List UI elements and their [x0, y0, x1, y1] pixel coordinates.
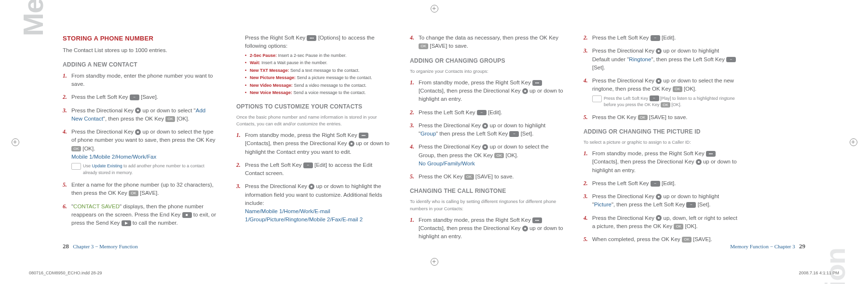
dirkey-icon: [522, 88, 528, 94]
steps-picture: From standby mode, press the Right Soft …: [583, 149, 738, 243]
registration-mark: [850, 138, 856, 145]
print-meta-right: 2008.7.16 4:1:11 PM: [799, 270, 839, 275]
heading-picture-id: ADDING OR CHANGING THE PICTURE ID: [583, 127, 738, 136]
step: Press the Directional Key up or down to …: [583, 192, 738, 209]
note: Press the Left Soft Key − [Play] to list…: [592, 95, 738, 108]
dirkey-icon: [696, 159, 702, 165]
step: Press the Directional Key up or down to …: [236, 182, 391, 224]
softkey-icon: −: [726, 57, 736, 63]
softkey-icon: −: [650, 95, 659, 101]
endkey-icon: ■: [182, 212, 192, 218]
steps-ringtone-cont: Press the Left Soft Key − [Edit]. Press …: [583, 34, 738, 122]
dirkey-icon: [349, 141, 354, 147]
option: Wait: Insert a Wait pause in the number.: [245, 60, 391, 67]
side-tab-right: Memory Function: [819, 248, 851, 284]
subtext: To select a picture or graphic to assign…: [583, 139, 738, 146]
okkey-icon: OK: [165, 116, 175, 122]
option: New TXT Message: Send a text message to …: [245, 68, 391, 74]
heading-add-contact: ADDING A NEW CONTACT: [63, 60, 217, 69]
okkey-icon: OK: [419, 43, 428, 49]
subtext: To identify who is calling by setting di…: [410, 198, 564, 212]
okkey-icon: OK: [674, 224, 683, 230]
side-tab-left: Memory Function: [17, 0, 49, 36]
softkey-icon: −: [130, 95, 139, 100]
softkey-icon: −: [509, 131, 519, 137]
step: When completed, press the OK Key OK [SAV…: [583, 235, 738, 243]
dirkey-icon: [135, 108, 141, 113]
step: "CONTACT SAVED" displays, then the phone…: [63, 203, 217, 228]
heading-ringtone: CHANGING THE CALL RINGTONE: [410, 187, 564, 195]
softkey-icon: •••: [532, 80, 542, 86]
step: Press the Directional Key up, down, left…: [583, 214, 738, 231]
option: New Voice Message: Send a voice message …: [245, 90, 391, 96]
subtext: Once the basic phone number and name inf…: [236, 114, 391, 128]
okkey-icon: OK: [682, 237, 692, 243]
softkey-icon: •••: [359, 133, 368, 138]
step: Press the Directional Key up or down to …: [583, 47, 738, 72]
step: Press the Left Soft Key − [Edit].: [583, 34, 738, 42]
steps-cont: To change the data as necessary, then pr…: [410, 34, 564, 51]
page-spread: Memory Function Memory Function STORING …: [0, 0, 868, 284]
dirkey-icon: [135, 129, 141, 135]
softkey-icon: −: [477, 110, 487, 116]
subtext: To organize your Contacts into groups:: [410, 68, 564, 75]
step: Press the Left Soft Key − [Edit].: [410, 108, 564, 117]
step: Press the Left Soft Key − [Edit].: [583, 179, 738, 188]
step: Press the Left Soft Key − [Edit] to acce…: [236, 161, 391, 178]
dirkey-icon: [522, 226, 528, 231]
okkey-icon: OK: [71, 146, 81, 152]
registration-mark: [431, 258, 437, 265]
dirkey-icon: [482, 144, 488, 150]
step: From standby mode, press the Right Soft …: [583, 149, 738, 175]
softkey-icon: −: [303, 162, 313, 168]
step: Press the Directional Key up or down to …: [410, 143, 564, 168]
softkey-icon: −: [651, 181, 660, 187]
content-area: STORING A PHONE NUMBER The Contact List …: [0, 0, 868, 284]
registration-mark: [431, 5, 437, 12]
steps-customize: From standby mode, press the Right Soft …: [236, 131, 391, 224]
heading-customize: OPTIONS TO CUSTOMIZE YOUR CONTACTS: [236, 102, 391, 111]
step: From standby mode, press the Right Soft …: [236, 131, 391, 156]
dirkey-icon: [656, 215, 662, 221]
step: Enter a name for the phone number (up to…: [63, 181, 217, 198]
option: 2-Sec Pause: Insert a 2-sec Pause in the…: [245, 53, 391, 59]
step: Press the Directional Key up or down to …: [583, 77, 738, 108]
column-4: Press the Left Soft Key − [Edit]. Press …: [583, 34, 738, 284]
note: Use Update Existing to add another phone…: [71, 163, 217, 176]
column-2: Press the Right Soft Key ••• [Options] t…: [236, 34, 391, 284]
dirkey-icon: [656, 78, 662, 84]
sendkey-icon: ▶: [122, 220, 131, 226]
column-3: To change the data as necessary, then pr…: [410, 34, 564, 284]
dirkey-icon: [656, 48, 662, 54]
option: New Picture Message: Send a picture mess…: [245, 75, 391, 81]
softkey-icon: −: [651, 35, 660, 41]
step: Press the OK Key OK [SAVE] to save.: [583, 113, 738, 122]
okkey-icon: OK: [464, 174, 474, 180]
okkey-icon: OK: [661, 102, 670, 108]
steps-add-contact: From standby mode, enter the phone numbe…: [63, 72, 217, 228]
dirkey-icon: [482, 123, 488, 129]
steps-ringtone: From standby mode, press the Right Soft …: [410, 216, 564, 241]
footer-left: 28 Chapter 3 − Memory Function: [63, 243, 138, 250]
okkey-icon: OK: [494, 153, 504, 159]
step: From standby mode, enter the phone numbe…: [63, 72, 217, 89]
print-meta-left: 080716_CDM8950_ECHO.indd 28-29: [29, 270, 102, 275]
footer-right: Memory Function − Chapter 3 29: [730, 243, 805, 250]
intro-text: The Contact List stores up to 1000 entri…: [63, 46, 217, 54]
step: To change the data as necessary, then pr…: [410, 34, 564, 51]
step: Press the Left Soft Key − [Save].: [63, 93, 217, 101]
heading-storing: STORING A PHONE NUMBER: [63, 34, 217, 43]
continuation: Press the Right Soft Key ••• [Options] t…: [236, 34, 391, 51]
step: Press the OK Key OK [SAVE] to save.: [410, 173, 564, 181]
softkey-icon: •••: [307, 35, 316, 41]
heading-groups: ADDING OR CHANGING GROUPS: [410, 56, 564, 65]
step: Press the Directional Key up or down to …: [63, 107, 217, 123]
okkey-icon: OK: [673, 86, 682, 92]
step: Press the Directional Key up or down to …: [410, 122, 564, 138]
steps-groups: From standby mode, press the Right Soft …: [410, 79, 564, 181]
dirkey-icon: [656, 194, 662, 200]
okkey-icon: OK: [638, 115, 648, 121]
registration-mark: [12, 138, 18, 145]
softkey-icon: −: [686, 202, 696, 208]
options-list: 2-Sec Pause: Insert a 2-sec Pause in the…: [236, 53, 391, 96]
